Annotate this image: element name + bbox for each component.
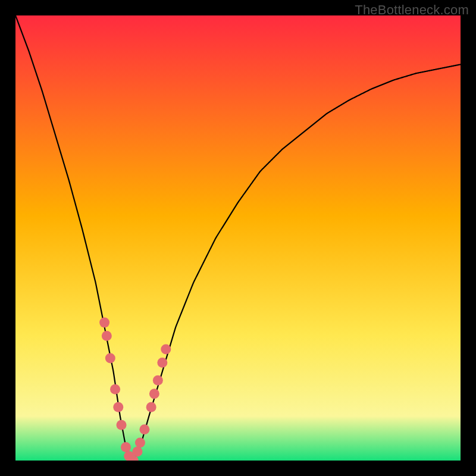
chart-svg (15, 15, 461, 461)
marker-dot (121, 442, 131, 452)
chart-frame: TheBottleneck.com (0, 0, 476, 476)
marker-dot (99, 318, 109, 328)
marker-dot (113, 402, 123, 412)
marker-dot (105, 353, 115, 363)
marker-dot (117, 420, 127, 430)
marker-dot (139, 424, 149, 434)
marker-dot (146, 402, 156, 412)
marker-dot (110, 384, 120, 394)
marker-dot (132, 447, 142, 457)
plot-area (15, 15, 461, 461)
marker-dot (149, 389, 159, 399)
marker-dot (161, 345, 171, 355)
marker-dot (153, 375, 163, 386)
marker-dot (102, 331, 112, 341)
gradient-background (15, 15, 461, 461)
marker-dot (135, 438, 145, 448)
marker-dot (157, 358, 167, 368)
